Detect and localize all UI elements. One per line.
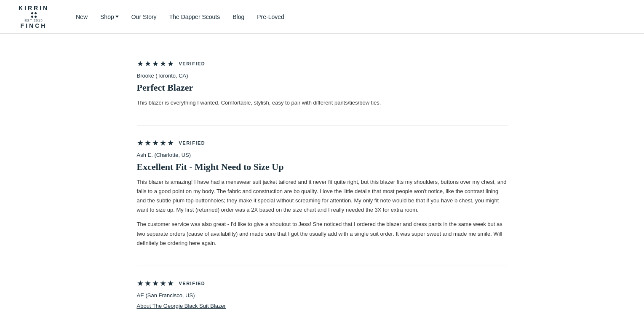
review-1-stars-row: ★ ★ ★ ★ ★ VERIFIED <box>137 59 508 68</box>
nav-item-pre-loved: Pre-Loved <box>257 13 284 21</box>
logo-name-bottom: FINCH <box>21 22 47 29</box>
review-1-verified: VERIFIED <box>179 61 206 66</box>
review-3-reviewer: AE (San Francisco, US) <box>137 292 508 299</box>
review-1-title: Perfect Blazer <box>137 82 508 93</box>
review-3-product-link[interactable]: About The Georgie Black Suit Blazer <box>137 303 226 309</box>
logo-name-top: KIRRIN <box>19 5 49 11</box>
review-3-stars-row: ★ ★ ★ ★ ★ VERIFIED <box>137 279 508 288</box>
nav-item-blog: Blog <box>232 13 244 21</box>
star-3: ★ <box>152 59 159 68</box>
nav-item-shop: Shop <box>100 13 119 20</box>
navigation: KIRRIN EST 2015 FINCH New Shop Our Story… <box>0 0 644 34</box>
star-2: ★ <box>144 279 151 288</box>
logo-dot-1 <box>31 12 33 14</box>
nav-link-dapper-scouts[interactable]: The Dapper Scouts <box>169 13 220 20</box>
star-4: ★ <box>160 279 166 288</box>
review-2: ★ ★ ★ ★ ★ VERIFIED Ash E. (Charlotte, US… <box>137 126 508 266</box>
logo-dot-4 <box>35 16 37 18</box>
star-3: ★ <box>152 138 159 148</box>
review-2-stars-row: ★ ★ ★ ★ ★ VERIFIED <box>137 138 508 148</box>
nav-link-shop[interactable]: Shop <box>100 13 119 20</box>
review-1: ★ ★ ★ ★ ★ VERIFIED Brooke (Toronto, CA) … <box>137 46 508 126</box>
nav-item-our-story: Our Story <box>131 13 157 21</box>
star-5: ★ <box>167 138 174 148</box>
logo-dots <box>31 12 37 18</box>
review-2-body-1: This blazer is amazing! I have had a men… <box>137 178 508 215</box>
logo-dot-2 <box>35 12 37 14</box>
review-3-verified: VERIFIED <box>179 281 206 286</box>
star-2: ★ <box>144 138 151 148</box>
star-5: ★ <box>167 59 174 68</box>
nav-link-blog[interactable]: Blog <box>232 13 244 20</box>
logo-dot-3 <box>31 16 33 18</box>
nav-link-new[interactable]: New <box>76 13 88 20</box>
review-2-stars: ★ ★ ★ ★ ★ <box>137 138 174 148</box>
star-4: ★ <box>160 59 166 68</box>
review-2-reviewer: Ash E. (Charlotte, US) <box>137 152 508 158</box>
star-1: ★ <box>137 59 144 68</box>
star-3: ★ <box>152 279 159 288</box>
logo-link[interactable]: KIRRIN EST 2015 FINCH <box>17 2 51 32</box>
review-1-body: This blazer is everything I wanted. Comf… <box>137 98 508 108</box>
star-1: ★ <box>137 138 144 148</box>
star-2: ★ <box>144 59 151 68</box>
star-5: ★ <box>167 279 174 288</box>
nav-item-new: New <box>76 13 88 21</box>
review-2-verified: VERIFIED <box>179 140 206 145</box>
review-2-title: Excellent Fit - Might Need to Size Up <box>137 161 508 172</box>
review-1-reviewer: Brooke (Toronto, CA) <box>137 73 508 79</box>
star-1: ★ <box>137 279 144 288</box>
review-1-stars: ★ ★ ★ ★ ★ <box>137 59 174 68</box>
nav-link-our-story[interactable]: Our Story <box>131 13 157 20</box>
star-4: ★ <box>160 138 166 148</box>
chevron-down-icon <box>115 16 119 18</box>
review-2-body-2: The customer service was also great - I'… <box>137 220 508 247</box>
nav-item-dapper-scouts: The Dapper Scouts <box>169 13 220 21</box>
nav-list: New Shop Our Story The Dapper Scouts Blo… <box>76 13 284 21</box>
review-3-stars: ★ ★ ★ ★ ★ <box>137 279 174 288</box>
nav-link-pre-loved[interactable]: Pre-Loved <box>257 13 284 20</box>
review-3: ★ ★ ★ ★ ★ VERIFIED AE (San Francisco, US… <box>137 266 508 312</box>
logo-est: EST 2015 <box>24 19 43 22</box>
main-content: ★ ★ ★ ★ ★ VERIFIED Brooke (Toronto, CA) … <box>69 34 575 312</box>
